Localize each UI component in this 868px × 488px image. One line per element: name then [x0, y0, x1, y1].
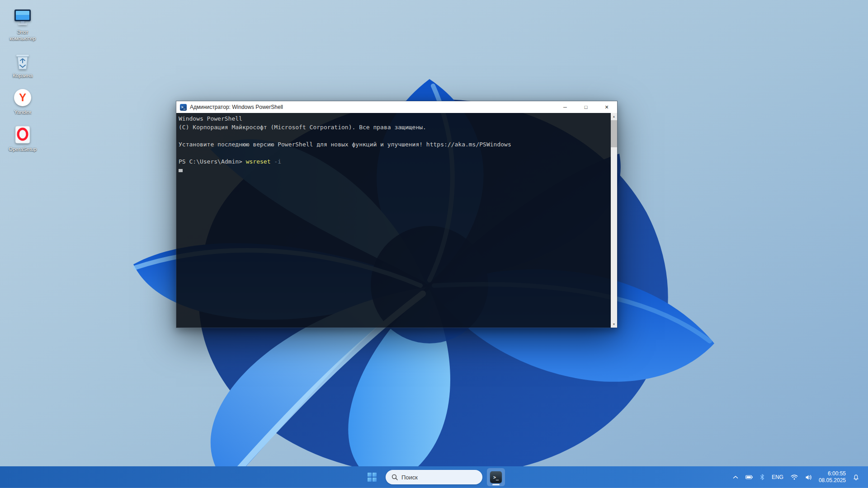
terminal-command: wsreset	[246, 158, 271, 165]
window-controls: ─ □ ×	[555, 101, 617, 113]
language-indicator: ENG	[772, 474, 783, 480]
desktop-icon-yandex[interactable]: Y Yandex	[4, 86, 42, 117]
desktop-icon-label: Этот компьютер	[5, 29, 41, 42]
scrollbar-thumb[interactable]	[611, 120, 617, 147]
desktop: Этот компьютер Корзина Y Yandex	[0, 0, 868, 488]
desktop-icon-label: OperaSetup	[9, 146, 37, 152]
terminal-prompt: PS C:\Users\Admin>	[179, 158, 246, 165]
terminal-output-line: Windows PowerShell	[179, 114, 609, 123]
windows-logo-icon	[368, 473, 377, 482]
tray-bluetooth-button[interactable]	[758, 468, 767, 486]
desktop-icon-label: Yandex	[14, 109, 31, 115]
yandex-browser-icon: Y	[13, 88, 33, 108]
search-icon	[392, 474, 398, 480]
terminal-cursor-line	[179, 166, 609, 174]
powershell-app-icon: >_	[180, 104, 187, 111]
desktop-icon-recycle-bin[interactable]: Корзина	[4, 50, 42, 80]
terminal-output-line	[179, 149, 609, 157]
search-input[interactable]	[401, 474, 469, 481]
system-tray: ENG 6:00:55 08.05.2025	[731, 466, 868, 488]
terminal-output-line	[179, 131, 609, 140]
notification-center-button[interactable]	[850, 468, 862, 486]
desktop-icon-list: Этот компьютер Корзина Y Yandex	[4, 6, 42, 154]
window-titlebar[interactable]: >_ Администратор: Windows PowerShell ─ □…	[176, 101, 617, 113]
maximize-button[interactable]: □	[576, 101, 596, 113]
chevron-up-icon	[733, 475, 738, 479]
recycle-bin-icon	[13, 51, 33, 71]
desktop-icon-label: Корзина	[13, 72, 33, 79]
window-title: Администратор: Windows PowerShell	[190, 104, 283, 110]
wifi-icon	[791, 474, 798, 480]
tray-language-button[interactable]: ENG	[769, 468, 786, 486]
close-button[interactable]: ×	[596, 101, 617, 113]
terminal-output-line: (C) Корпорация Майкрософт (Microsoft Cor…	[179, 123, 609, 131]
terminal-viewport[interactable]: Windows PowerShell (C) Корпорация Майкро…	[176, 113, 611, 328]
battery-icon	[745, 475, 753, 479]
terminal-cursor	[179, 169, 183, 172]
active-app-indicator	[492, 484, 500, 485]
powershell-window: >_ Администратор: Windows PowerShell ─ □…	[176, 101, 618, 328]
tray-battery-button[interactable]	[743, 468, 755, 486]
taskbar-clock[interactable]: 6:00:55 08.05.2025	[817, 470, 848, 484]
maximize-icon: □	[585, 105, 588, 110]
terminal-prompt-line: PS C:\Users\Admin> wsreset -i	[179, 157, 609, 166]
powershell-taskbar-icon: >_	[490, 471, 502, 483]
this-pc-icon	[13, 8, 33, 28]
close-icon: ×	[605, 104, 609, 110]
terminal-argument: -i	[274, 158, 281, 165]
bluetooth-icon	[760, 474, 764, 480]
tray-volume-button[interactable]	[803, 468, 814, 486]
clock-date: 08.05.2025	[819, 477, 846, 484]
opera-setup-icon	[13, 125, 33, 145]
clock-time: 6:00:55	[819, 470, 846, 477]
taskbar: >_ E	[0, 466, 868, 488]
desktop-icon-opera-setup[interactable]: OperaSetup	[4, 123, 42, 154]
svg-text:Y: Y	[19, 91, 26, 103]
terminal-output-line: Установите последнюю версию PowerShell д…	[179, 140, 609, 149]
minimize-button[interactable]: ─	[555, 101, 576, 113]
minimize-icon: ─	[563, 105, 567, 110]
volume-icon	[805, 474, 812, 480]
scroll-down-icon[interactable]: ▼	[611, 321, 617, 328]
terminal: Windows PowerShell (C) Корпорация Майкро…	[176, 113, 617, 328]
desktop-icon-this-pc[interactable]: Этот компьютер	[4, 6, 42, 43]
scroll-up-icon[interactable]: ▲	[611, 113, 617, 120]
tray-wifi-button[interactable]	[788, 468, 800, 486]
start-button[interactable]	[363, 468, 381, 486]
notification-bell-icon	[853, 474, 859, 481]
terminal-scrollbar[interactable]: ▲ ▼	[611, 113, 617, 328]
tray-overflow-button[interactable]	[731, 468, 741, 486]
taskbar-search[interactable]	[386, 470, 482, 484]
taskbar-center: >_	[363, 466, 505, 488]
taskbar-powershell-button[interactable]: >_	[487, 468, 505, 486]
